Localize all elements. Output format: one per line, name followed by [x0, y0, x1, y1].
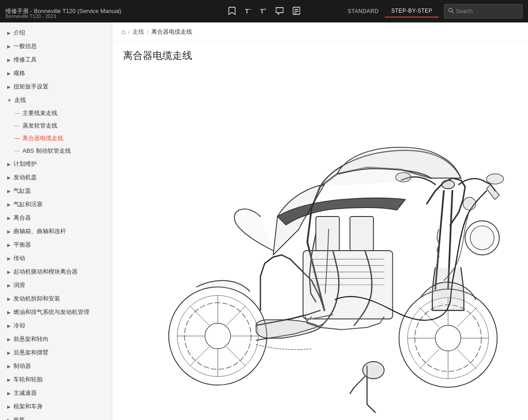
svg-point-19 [436, 325, 461, 351]
step-by-step-view-button[interactable]: STEP-BY-STEP [385, 5, 439, 18]
sidebar-item-engine-remove[interactable]: ▶ 发动机拆卸和安装 [0, 292, 112, 305]
app-subtitle: Bonneville T120 - 2023 [5, 13, 56, 19]
sidebar-item-starter[interactable]: ▶ 起动机驱动和楔块离合器 [0, 265, 112, 279]
sidebar-item-cooling[interactable]: ▶ 冷却 [0, 319, 112, 332]
arrow-icon: ▶ [7, 404, 11, 409]
arrow-icon: ▶ [7, 162, 11, 167]
search-container [444, 4, 523, 18]
svg-point-40 [442, 180, 455, 189]
sidebar-sub-main-harness[interactable]: — 主要线束走线 [0, 107, 112, 119]
arrow-icon: ▶ [7, 391, 11, 396]
arrow-icon: ▶ [7, 189, 11, 194]
sidebar-item-balancer[interactable]: ▶ 平衡器 [0, 238, 112, 252]
text-decrease-button[interactable]: T− [242, 5, 254, 17]
main-content: ⌂ / 走线 / 离合器电缆走线 离合器电缆走线 [112, 22, 528, 420]
sidebar-item-intro[interactable]: ▶ 介绍 [0, 26, 112, 40]
bookmark-button[interactable] [225, 4, 239, 17]
svg-line-13 [190, 306, 209, 325]
arrow-icon: ▶ [7, 283, 11, 288]
arrow-icon: ▶ [7, 350, 11, 355]
sidebar-item-front-suspension[interactable]: ▶ 前悬架和转向 [0, 332, 112, 346]
sidebar-item-fuel-exhaust[interactable]: ▶ 燃油和排气系统与发动机管理 [0, 305, 112, 319]
arrow-icon: ▶ [7, 418, 11, 420]
dash-icon: — [14, 148, 20, 154]
sidebar-item-electrical[interactable]: ▶ 电气 [0, 413, 112, 420]
svg-line-14 [227, 347, 246, 366]
sidebar-item-lubrication[interactable]: ▶ 润滑 [0, 279, 112, 292]
sidebar-item-engine-cover[interactable]: ▶ 发动机盖 [0, 171, 112, 184]
arrow-icon: ▶ [7, 44, 11, 49]
arrow-icon: ▶ [7, 71, 11, 76]
svg-point-47 [463, 197, 476, 210]
breadcrumb-sep-1: / [128, 29, 130, 35]
svg-rect-37 [350, 217, 374, 251]
sidebar-sub-clutch-cable[interactable]: — 离合器电缆走线 [0, 132, 112, 145]
sidebar-sub-abs[interactable]: — ABS 制动软管走线 [0, 145, 112, 157]
dash-icon: — [14, 135, 20, 141]
search-input[interactable] [456, 8, 519, 14]
arrow-icon: ▶ [7, 323, 11, 328]
arrow-icon: ▶ [7, 202, 11, 207]
svg-point-4 [449, 9, 453, 12]
sidebar-item-routing[interactable]: ▼ 走线 [0, 93, 112, 107]
breadcrumb: ⌂ / 走线 / 离合器电缆走线 [112, 22, 528, 42]
sidebar-item-specs[interactable]: ▶ 规格 [0, 66, 112, 80]
breadcrumb-sep-2: / [147, 29, 149, 35]
comment-button[interactable] [273, 5, 286, 17]
sidebar: ▶ 介绍 ▶ 一般信息 ▶ 维修工具 ▶ 规格 ▶ 扭矩扳手设置 ▼ 走线 — [0, 22, 112, 420]
motorcycle-diagram [127, 71, 513, 413]
breadcrumb-home-icon[interactable]: ⌂ [121, 28, 126, 36]
svg-point-41 [487, 174, 504, 184]
svg-line-15 [227, 306, 246, 325]
note-button[interactable] [290, 5, 303, 17]
arrow-icon: ▶ [7, 310, 11, 315]
svg-line-5 [452, 12, 454, 13]
arrow-icon: ▶ [7, 243, 11, 248]
sidebar-item-transmission[interactable]: ▶ 传动 [0, 252, 112, 265]
view-toggle: STANDARD STEP-BY-STEP [341, 4, 523, 18]
arrow-icon: ▶ [7, 31, 11, 35]
sidebar-item-final-drive[interactable]: ▶ 主减速器 [0, 386, 112, 400]
arrow-icon: ▶ [7, 256, 11, 261]
header-toolbar: T− T+ [225, 4, 303, 17]
sidebar-item-general[interactable]: ▶ 一般信息 [0, 40, 112, 53]
arrow-icon: ▶ [7, 57, 11, 62]
diagram-container [123, 71, 517, 413]
breadcrumb-routing[interactable]: 走线 [132, 28, 144, 36]
arrow-icon: ▶ [7, 175, 11, 180]
text-increase-button[interactable]: T+ [258, 5, 269, 17]
page-title: 离合器电缆走线 [123, 49, 517, 62]
arrow-icon: ▶ [7, 270, 11, 274]
sidebar-item-cylinder-head[interactable]: ▶ 气缸盖 [0, 184, 112, 198]
arrow-icon: ▶ [7, 296, 11, 301]
arrow-icon: ▶ [7, 216, 11, 221]
header: 维修手册 - Bonneville T120 (Service Manual) … [0, 0, 528, 22]
sidebar-item-frame-body[interactable]: ▶ 框架和车身 [0, 400, 112, 413]
breadcrumb-current: 离合器电缆走线 [151, 28, 192, 36]
arrow-icon: ▶ [7, 84, 11, 89]
sidebar-item-brakes[interactable]: ▶ 制动器 [0, 359, 112, 373]
sidebar-item-torque[interactable]: ▶ 扭矩扳手设置 [0, 80, 112, 93]
arrow-icon: ▶ [7, 229, 11, 234]
search-icon [448, 8, 454, 15]
sidebar-item-crankcase[interactable]: ▶ 曲轴箱、曲轴和连杆 [0, 225, 112, 238]
dash-icon: — [14, 123, 20, 129]
svg-point-48 [363, 362, 384, 379]
arrow-down-icon: ▼ [7, 98, 12, 103]
standard-view-button[interactable]: STANDARD [341, 5, 385, 17]
arrow-icon: ▶ [7, 364, 11, 369]
sidebar-item-planned[interactable]: ▶ 计划维护 [0, 157, 112, 171]
motorcycle-svg [127, 71, 513, 413]
sidebar-item-clutch-main[interactable]: ▶ 离合器 [0, 211, 112, 225]
sidebar-item-cylinders[interactable]: ▶ 气缸和活塞 [0, 198, 112, 211]
svg-point-43 [470, 226, 494, 250]
sidebar-item-rear-suspension[interactable]: ▶ 后悬架和摆臂 [0, 346, 112, 359]
sidebar-sub-evap[interactable]: — 蒸发软管走线 [0, 119, 112, 132]
svg-point-44 [396, 172, 411, 182]
arrow-icon: ▶ [7, 337, 11, 342]
sidebar-item-wheels[interactable]: ▶ 车轮和轮胎 [0, 373, 112, 386]
sidebar-item-tools[interactable]: ▶ 维修工具 [0, 53, 112, 66]
arrow-icon: ▶ [7, 377, 11, 382]
svg-point-8 [205, 323, 231, 349]
svg-line-16 [190, 347, 209, 366]
